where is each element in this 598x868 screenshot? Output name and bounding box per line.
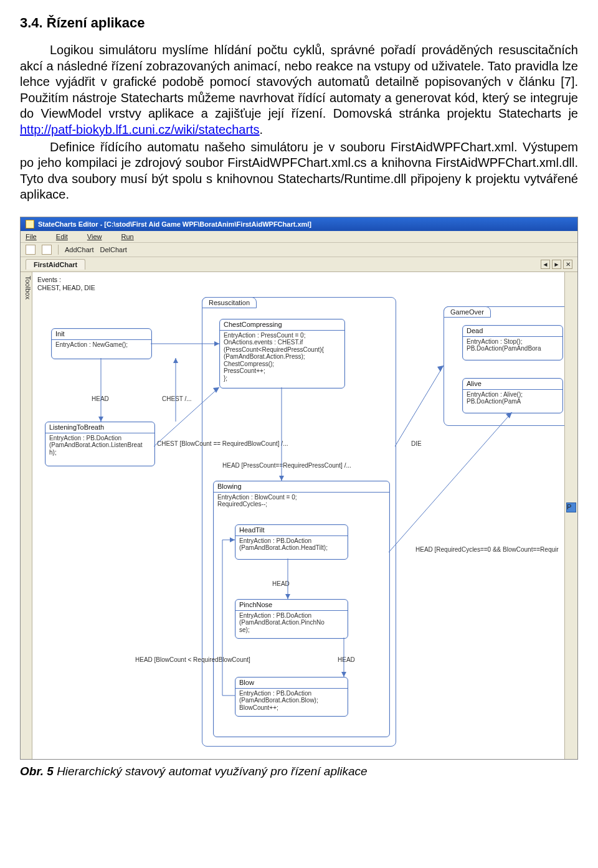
menu-bar: File Edit View Run [21, 231, 577, 243]
svg-line-12 [389, 412, 512, 552]
toolbox-side-tab[interactable]: Toolbox [21, 272, 32, 759]
paragraph-2: Definice řídícího automatu našeho simulá… [20, 139, 578, 203]
design-canvas[interactable]: Events : CHEST, HEAD, DIE Resuscitation … [32, 272, 564, 759]
state-pinch-name: PinchNose [235, 600, 348, 611]
tab-bar: FirstAidChart ◄ ► ✕ [21, 257, 577, 272]
app-icon [26, 220, 34, 229]
tab-next-icon[interactable]: ► [552, 260, 561, 269]
state-blow-body: EntryAction : PB.DoAction (PamAndBorat.A… [235, 689, 348, 713]
transition-label-head-req: HEAD [RequiredCycles==0 && BlowCount==Re… [415, 546, 559, 553]
state-alive-name: Alive [463, 379, 562, 390]
state-headtilt-body: EntryAction : PB.DoAction (PamAndBorat.A… [235, 536, 348, 553]
state-blowing-body: EntryAction : BlowCount = 0; RequiredCyc… [214, 493, 389, 509]
state-alive-body: EntryAction : Alive(); PB.DoAction(PamA [463, 390, 562, 407]
paragraph-1: Logikou simulátoru myslíme hlídání počtu… [20, 42, 578, 138]
state-blow-name: Blow [235, 677, 348, 689]
state-blowing-name: Blowing [214, 481, 389, 493]
state-pinchnose[interactable]: PinchNose EntryAction : PB.DoAction (Pam… [235, 599, 348, 639]
events-declaration: Events : CHEST, HEAD, DIE [37, 276, 95, 291]
toolbar-icon-2[interactable] [42, 245, 52, 255]
right-docked-panel[interactable]: P [564, 272, 577, 759]
state-chest-body: EntryAction : PressCount = 0; OnActions.… [220, 331, 344, 384]
state-alive[interactable]: Alive EntryAction : Alive(); PB.DoAction… [462, 378, 563, 413]
superstate-gameover-label: GameOver [444, 306, 491, 318]
tab-firstaidchart[interactable]: FirstAidChart [26, 259, 85, 270]
state-listening-body: EntryAction : PB.DoAction (PamAndBorat.A… [45, 433, 154, 458]
state-init[interactable]: Init EntryAction : NewGame(); [51, 328, 152, 359]
transition-label-head-1: HEAD [92, 395, 109, 402]
transition-label-head-4: HEAD [338, 656, 355, 663]
state-init-name: Init [52, 329, 151, 340]
state-pinch-body: EntryAction : PB.DoAction (PamAndBorat.A… [235, 611, 348, 635]
menu-file[interactable]: File [26, 233, 45, 240]
state-listening[interactable]: ListeningToBreath EntryAction : PB.DoAct… [45, 422, 155, 466]
transition-label-head-2: HEAD [PressCount==RequiredPressCount] /.… [222, 462, 351, 469]
transition-label-head-3: HEAD [272, 580, 290, 587]
transition-label-chest-1: CHEST /... [162, 395, 192, 402]
state-chestcompressing[interactable]: ChestCompressing EntryAction : PressCoun… [219, 319, 345, 389]
menu-edit[interactable]: Edit [56, 233, 77, 240]
svg-line-10 [395, 366, 444, 446]
menu-view[interactable]: View [87, 233, 111, 240]
state-headtilt-name: HeadTilt [235, 525, 348, 536]
figure-caption: Obr. 5 Hierarchický stavový automat využ… [20, 765, 578, 778]
superstate-resuscitation-label: Resuscitation [202, 297, 257, 308]
figure-ref: Obr. 5 [20, 765, 54, 778]
para1-tail: . [260, 123, 263, 136]
figure-caption-text: Hierarchický stavový automat využívaný p… [54, 765, 368, 778]
svg-marker-3 [98, 417, 103, 422]
section-heading: 3.4. Řízení aplikace [20, 15, 578, 31]
svg-marker-11 [437, 366, 444, 372]
state-dead-name: Dead [463, 326, 562, 337]
toolbar: AddChart DelChart [21, 243, 577, 257]
tab-close-icon[interactable]: ✕ [563, 260, 572, 269]
toolbar-addchart[interactable]: AddChart [65, 246, 93, 253]
toolbar-icon-1[interactable] [26, 245, 36, 255]
tab-prev-icon[interactable]: ◄ [541, 260, 550, 269]
svg-marker-5 [173, 358, 178, 363]
docked-panel-button[interactable]: P [566, 502, 576, 512]
transition-label-head-blow: HEAD [BlowCount < RequiredBlowCount] [135, 656, 250, 663]
statecharts-link[interactable]: http://patf-biokyb.lf1.cuni.cz/wiki/stat… [20, 123, 260, 136]
statecharts-editor-window: StateCharts Editor - [C:\stod\First Aid … [20, 217, 578, 760]
state-init-body: EntryAction : NewGame(); [52, 340, 151, 350]
menu-run[interactable]: Run [121, 233, 143, 240]
state-dead[interactable]: Dead EntryAction : Stop(); PB.DoAction(P… [462, 325, 563, 361]
transition-label-chest-2: CHEST [BlowCount == RequiredBlowCount] /… [157, 440, 288, 447]
transition-label-die: DIE [411, 440, 422, 447]
toolbar-delchart[interactable]: DelChart [100, 246, 126, 253]
state-chest-name: ChestCompressing [220, 319, 344, 331]
state-dead-body: EntryAction : Stop(); PB.DoAction(PamAnd… [463, 337, 562, 354]
window-title: StateCharts Editor - [C:\stod\First Aid … [38, 220, 311, 228]
state-blow[interactable]: Blow EntryAction : PB.DoAction (PamAndBo… [235, 677, 348, 717]
state-listening-name: ListeningToBreath [45, 422, 154, 433]
window-titlebar[interactable]: StateCharts Editor - [C:\stod\First Aid … [21, 217, 577, 231]
para1-text: Logikou simulátoru myslíme hlídání počtu… [20, 43, 578, 120]
state-headtilt[interactable]: HeadTilt EntryAction : PB.DoAction (PamA… [235, 524, 348, 560]
